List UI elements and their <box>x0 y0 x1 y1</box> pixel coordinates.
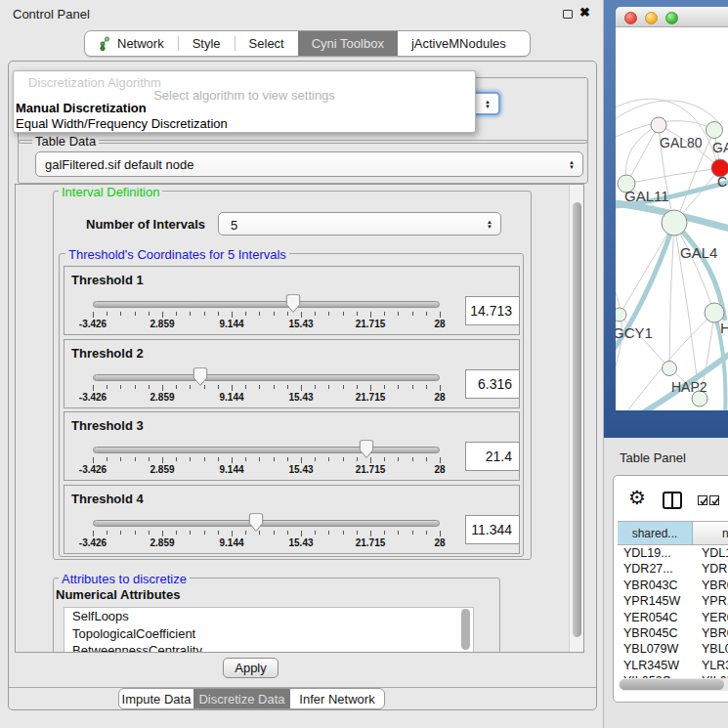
slider-tick <box>135 385 136 389</box>
scrollbar-thumb[interactable] <box>620 679 724 690</box>
checkbox-icon[interactable] <box>698 495 707 505</box>
threshold-panel-1: Threshold 1-3.4262.8599.14415.4321.71528… <box>64 266 520 335</box>
threshold-label: Threshold 2 <box>71 346 144 361</box>
combo-arrows-icon: ▲▼ <box>569 160 575 169</box>
slider-tick <box>120 312 121 316</box>
slider-tick <box>245 531 246 535</box>
slider-thumb[interactable] <box>248 513 264 533</box>
slider-tick <box>398 385 399 389</box>
slider-thumb[interactable] <box>193 367 208 387</box>
slider-tick <box>328 457 329 461</box>
slider-tick <box>93 312 94 318</box>
slider-thumb[interactable] <box>359 440 374 459</box>
table-row[interactable]: YER054CYER054C <box>618 610 728 625</box>
attributes-scrollbar[interactable] <box>460 608 472 653</box>
slider-tick <box>370 531 371 536</box>
content-pane: ▲▼ Table Data galFiltered.sif default no… <box>8 61 597 710</box>
cell-name: YPR145W <box>693 593 728 609</box>
network-window-titlebar[interactable] <box>616 7 728 27</box>
apply-button[interactable]: Apply <box>223 658 278 678</box>
number-of-intervals-spinner[interactable]: 5 ▲▼ <box>218 212 501 236</box>
slider-tick <box>107 385 107 389</box>
tab-network[interactable]: Network <box>85 31 178 56</box>
slider-tick <box>357 385 358 389</box>
close-icon[interactable]: ✖ <box>579 5 590 20</box>
cell-name: YBR045C <box>693 625 728 641</box>
slider-tick <box>149 457 150 461</box>
close-traffic-light[interactable] <box>624 12 637 24</box>
slider-thumb[interactable] <box>285 294 301 314</box>
slider-tick <box>384 457 385 461</box>
tab-label: Style <box>193 36 221 51</box>
table-row[interactable]: YLR345WYLR345W <box>618 658 728 673</box>
slider-tick <box>245 385 246 389</box>
table-row[interactable]: YBL079WYBL079W <box>618 641 728 657</box>
attribute-item-selfloops[interactable]: SelfLoops <box>64 608 473 625</box>
threshold-value-field[interactable]: 14.713 <box>465 296 520 325</box>
slider-tick <box>218 312 219 316</box>
column-header-shared-[interactable]: shared... <box>618 522 693 544</box>
tab-select[interactable]: Select <box>236 31 298 56</box>
attributes-group: Attributes to discretize Numerical Attri… <box>53 578 500 653</box>
gear-icon[interactable]: ⚙ <box>628 488 646 507</box>
slider-tick <box>328 385 329 389</box>
slider-tick <box>218 457 219 461</box>
slider-track[interactable] <box>93 374 440 381</box>
slider-tick <box>343 531 344 535</box>
cell-name: YER054C <box>693 610 728 625</box>
slider-track[interactable] <box>93 301 440 308</box>
svg-text:H: H <box>720 320 728 336</box>
threshold-value-field[interactable]: 21.4 <box>465 442 520 471</box>
attribute-item-betweennesscentrality[interactable]: BetweennessCentrality <box>64 642 473 653</box>
checkbox-icon[interactable] <box>709 495 719 505</box>
settings-vertical-scrollbar[interactable] <box>569 185 583 652</box>
slider-tick <box>190 457 191 461</box>
slider-tick <box>162 312 163 318</box>
tab-discretize-data[interactable]: Discretize Data <box>193 689 290 708</box>
table-header: shared...name <box>618 521 728 545</box>
slider-tick <box>398 312 399 316</box>
threshold-value-field[interactable]: 11.344 <box>465 515 520 544</box>
slider-tick <box>343 457 344 461</box>
column-layout-icon[interactable] <box>663 492 682 509</box>
table-data-combobox[interactable]: galFiltered.sif default node ▲▼ <box>35 151 583 177</box>
zoom-traffic-light[interactable] <box>665 12 678 24</box>
slider-tick-label: 9.144 <box>219 392 243 403</box>
column-header-name[interactable]: name <box>693 522 728 544</box>
slider-tick <box>190 531 191 535</box>
table-horizontal-scrollbar[interactable] <box>619 678 728 691</box>
tab-cyni-toolbox[interactable]: Cyni Toolbox <box>298 31 398 56</box>
tab-infer-network[interactable]: Infer Network <box>290 689 384 708</box>
tab-style[interactable]: Style <box>179 31 235 56</box>
numerical-attributes-label: Numerical Attributes <box>56 587 180 602</box>
numerical-attributes-list[interactable]: SelfLoopsTopologicalCoefficientBetweenne… <box>64 607 474 653</box>
minimize-traffic-light[interactable] <box>645 12 658 24</box>
cell-shared-name: YBR045C <box>618 625 693 641</box>
slider-tick <box>315 312 316 316</box>
slider-tick-label: 21.715 <box>356 392 386 403</box>
network-canvas[interactable]: GAL80GAL7CGAL11GAL4HGCY1HAP2 <box>616 27 728 410</box>
table-row[interactable]: YBR045CYBR045C <box>618 625 728 641</box>
table-row[interactable]: YPR145WYPR145W <box>618 593 728 609</box>
cell-shared-name: YPR145W <box>618 593 693 609</box>
cell-name: YBR043C <box>693 578 728 593</box>
slider-tick-label: 2.859 <box>150 537 174 548</box>
attribute-item-topologicalcoefficient[interactable]: TopologicalCoefficient <box>64 625 473 643</box>
slider-tick <box>259 385 260 389</box>
slider-tick <box>301 385 302 391</box>
table-row[interactable]: YDR27...YDR27 <box>618 561 728 577</box>
slider-track[interactable] <box>93 447 440 453</box>
slider-tick-label: 9.144 <box>219 537 243 548</box>
scrollbar-thumb[interactable] <box>573 202 581 637</box>
tab-impute-data[interactable]: Impute Data <box>119 689 193 708</box>
tab-jactivemnodules[interactable]: jActiveMNodules <box>398 31 520 56</box>
threshold-value-field[interactable]: 6.316 <box>465 369 520 399</box>
algorithm-option-equal-width-frequency-discretization[interactable]: Equal Width/Frequency Discretization <box>16 116 228 131</box>
table-row[interactable]: YDL19...YDL19 <box>618 545 728 561</box>
slider-tick <box>343 312 344 316</box>
algorithm-option-manual-discretization[interactable]: Manual Discretization <box>16 101 147 115</box>
table-row[interactable]: YBR043CYBR043C <box>618 578 728 593</box>
float-window-icon[interactable] <box>563 10 573 19</box>
slider-tick <box>357 457 358 461</box>
slider-track[interactable] <box>93 520 440 527</box>
